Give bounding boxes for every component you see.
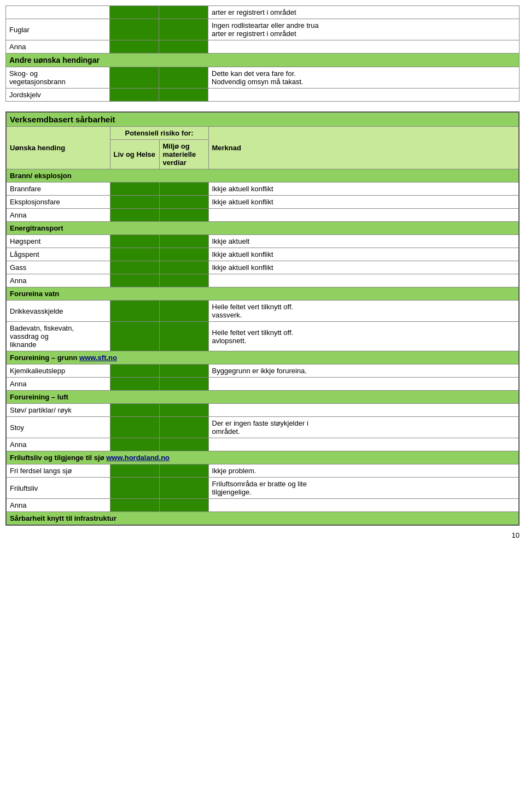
row-merknad: Ikkje aktuell konflikt — [208, 261, 519, 274]
row-merknad: Ikkje aktuell konflikt — [208, 183, 519, 196]
row-merknad: Dette kan det vera fare for.Nodvendig om… — [208, 67, 520, 89]
table-row: arter er registrert i området — [6, 6, 520, 19]
section-row-energi: Energitransport — [6, 222, 519, 235]
green-cell-1 — [110, 19, 159, 40]
green-cell-1 — [110, 67, 159, 89]
verk-title: Verksemdbasert sårbarheit — [6, 112, 519, 127]
green-cell-2 — [159, 261, 208, 274]
section-row-vatn: Forureina vatn — [6, 287, 519, 301]
table-row: Badevatn, fiskevatn,vassdrag ogliknande … — [6, 322, 519, 351]
section-header: Andre uønska hendingar — [6, 54, 520, 67]
table-row: Eksplosjonsfare Ikkje aktuell konflikt — [6, 196, 519, 209]
green-cell-1 — [110, 478, 159, 499]
row-merknad: Ikkje aktuelt — [208, 235, 519, 248]
row-merknad — [208, 209, 519, 222]
row-merknad: Heile feltet vert tilknytt off.avlopsnet… — [208, 322, 519, 351]
row-merknad: Der er ingen faste støykjelder iområdet. — [208, 417, 519, 438]
green-cell-2 — [159, 19, 208, 40]
table-row-anna: Anna — [6, 274, 519, 287]
table-row-anna: Anna — [6, 499, 519, 512]
green-cell-1 — [110, 248, 159, 261]
green-cell-1 — [110, 196, 159, 209]
table-row: Brannfare Ikkje aktuell konflikt — [6, 183, 519, 196]
green-cell-2 — [159, 274, 208, 287]
row-label: Drikkevasskjelde — [6, 301, 110, 322]
col-uonska-hending: Uønska hending — [6, 127, 110, 169]
row-merknad: arter er registrert i området — [208, 6, 520, 19]
row-label-stoy: Stoy — [6, 417, 110, 438]
green-cell-2 — [159, 67, 208, 89]
row-label: Anna — [6, 209, 110, 222]
green-cell-2 — [159, 196, 208, 209]
green-cell-2 — [159, 89, 208, 102]
section-header-infrastruktur: Sårbarheit knytt til infrastruktur — [6, 512, 519, 526]
col-potensiell-risiko: Potensiell risiko for: — [110, 127, 208, 140]
row-label: Anna — [6, 438, 110, 451]
row-label: Skog- ogvegetasjonsbrann — [6, 67, 110, 89]
row-merknad — [208, 89, 520, 102]
table-row: Lågspent Ikkje aktuell konflikt — [6, 248, 519, 261]
row-label: Lågspent — [6, 248, 110, 261]
section-header-row: Andre uønska hendingar — [6, 54, 520, 67]
row-label: Fuglar — [6, 19, 110, 40]
green-cell-2 — [159, 209, 208, 222]
green-cell-2 — [159, 464, 208, 478]
green-cell-2 — [159, 322, 208, 351]
row-label: Jordskjelv — [6, 89, 110, 102]
green-cell-1 — [110, 209, 159, 222]
green-cell-1 — [110, 89, 159, 102]
section-row-infrastruktur: Sårbarheit knytt til infrastruktur — [6, 512, 519, 526]
green-cell-2 — [159, 235, 208, 248]
row-merknad — [208, 274, 519, 287]
section-header-friluftsliv: Friluftsliv og tilgjenge til sjø www.hor… — [6, 451, 519, 464]
row-merknad: Byggegrunn er ikkje forureina. — [208, 364, 519, 378]
row-merknad — [208, 404, 519, 417]
green-cell-1 — [110, 364, 159, 378]
table-row-stoy: Stoy Der er ingen faste støykjelder iomr… — [6, 417, 519, 438]
row-merknad: Ikkje aktuell konflikt — [208, 196, 519, 209]
sft-link[interactable]: www.sft.no — [79, 354, 117, 362]
row-label: Anna — [6, 499, 110, 512]
table-row: Drikkevasskjelde Heile feltet vert tilkn… — [6, 301, 519, 322]
table-row: Jordskjelv — [6, 89, 520, 102]
table-row: Gass Ikkje aktuell konflikt — [6, 261, 519, 274]
green-cell-1 — [110, 322, 159, 351]
green-cell-2 — [159, 499, 208, 512]
green-cell-2 — [159, 364, 208, 378]
table-row-anna: Anna — [6, 378, 519, 391]
green-cell-1 — [110, 404, 159, 417]
table-row: Fuglar Ingen rodlisteartar eller andre t… — [6, 19, 520, 40]
top-table: arter er registrert i området Fuglar Ing… — [5, 5, 520, 102]
green-cell-1 — [110, 417, 159, 438]
section-header-energi: Energitransport — [6, 222, 519, 235]
row-merknad — [208, 40, 520, 54]
table-row: Støv/ partiklar/ røyk — [6, 404, 519, 417]
table-row: Høgspent Ikkje aktuelt — [6, 235, 519, 248]
hordaland-link[interactable]: www.hordaland.no — [106, 454, 170, 462]
green-cell-1 — [110, 235, 159, 248]
verk-col-header-row: Uønska hending Potensiell risiko for: Me… — [6, 127, 519, 140]
section-row-friluftsliv: Friluftsliv og tilgjenge til sjø www.hor… — [6, 451, 519, 464]
row-label: Anna — [6, 378, 110, 391]
row-merknad — [208, 378, 519, 391]
table-row: Skog- ogvegetasjonsbrann Dette kan det v… — [6, 67, 520, 89]
row-merknad: Heile feltet vert tilknytt off.vassverk. — [208, 301, 519, 322]
table-row: Kjemikalieutslepp Byggegrunn er ikkje fo… — [6, 364, 519, 378]
table-row: Fri ferdsel langs sjø Ikkje problem. — [6, 464, 519, 478]
section-header-grunn: Forureining – grunn www.sft.no — [6, 351, 519, 364]
row-label: Kjemikalieutslepp — [6, 364, 110, 378]
page-number: 10 — [5, 531, 520, 539]
row-label: Fri ferdsel langs sjø — [6, 464, 110, 478]
verk-main-header-row: Verksemdbasert sårbarheit — [6, 112, 519, 127]
table-row-anna: Anna — [6, 438, 519, 451]
table-row: Anna — [6, 40, 520, 54]
row-label: Friluftsliv — [6, 478, 110, 499]
table-row: Friluftsliv Friluftsområda er bratte og … — [6, 478, 519, 499]
section-row-grunn: Forureining – grunn www.sft.no — [6, 351, 519, 364]
row-merknad — [208, 438, 519, 451]
green-cell-2 — [159, 40, 208, 54]
green-cell-1 — [110, 274, 159, 287]
green-cell-2 — [159, 6, 208, 19]
green-cell-2 — [159, 417, 208, 438]
row-merknad: Ingen rodlisteartar eller andre truaarte… — [208, 19, 520, 40]
